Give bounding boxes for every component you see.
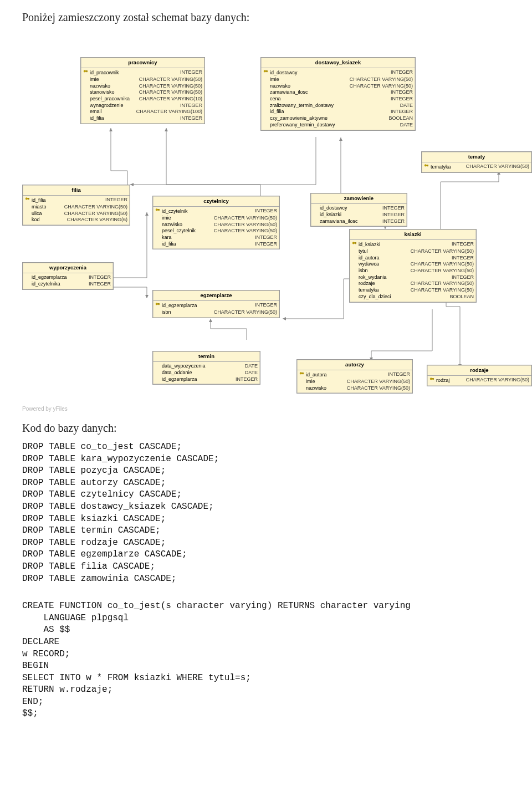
column-type: CHARACTER VARYING(50) xyxy=(411,261,474,268)
table-body: id_dostawcyINTEGERid_ksiazkiINTEGERzamaw… xyxy=(311,204,407,226)
key-icon xyxy=(155,208,160,215)
column-type: CHARACTER VARYING(50) xyxy=(350,76,413,83)
key-icon xyxy=(299,371,304,379)
column-row: pesel_czytelnikCHARACTER VARYING(50) xyxy=(155,228,277,234)
column-name: rok_wydania xyxy=(352,274,387,281)
column-type: INTEGER xyxy=(255,302,277,309)
column-name: rodzaj xyxy=(429,377,450,384)
svg-rect-22 xyxy=(356,243,356,244)
column-name: id_ksiazki xyxy=(352,241,380,248)
column-type: BOOLEAN xyxy=(388,115,413,122)
column-row: wydawcaCHARACTER VARYING(50) xyxy=(352,261,474,268)
column-name: id_filia xyxy=(25,197,46,204)
column-type: INTEGER xyxy=(236,376,258,383)
column-name: pesel_czytelnik xyxy=(155,228,196,234)
column-name: email xyxy=(83,109,102,115)
column-name: id_egzemplarza xyxy=(25,274,67,281)
table-ksiazki: ksiazki id_ksiazkiINTEGERtytulCHARACTER … xyxy=(349,229,477,303)
column-name: czy_dla_dzieci xyxy=(352,294,391,300)
column-row: tematykaCHARACTER VARYING(50) xyxy=(352,287,474,294)
column-row: stanowiskoCHARACTER VARYING(50) xyxy=(83,89,202,96)
key-icon xyxy=(83,69,88,76)
svg-rect-35 xyxy=(432,379,433,380)
column-row: isbnCHARACTER VARYING(50) xyxy=(155,309,277,316)
column-row: id_egzemplarzaINTEGER xyxy=(155,376,258,383)
column-type: CHARACTER VARYING(50) xyxy=(139,83,202,90)
svg-rect-2 xyxy=(87,71,88,72)
svg-rect-27 xyxy=(158,304,158,305)
column-name: id_filia xyxy=(83,115,104,122)
column-row: id_czytelnikaINTEGER xyxy=(25,281,111,288)
column-type: INTEGER xyxy=(388,371,410,379)
column-name: nazwisko xyxy=(299,385,326,392)
column-name: wydawca xyxy=(352,261,379,268)
table-czytelnicy: czytelnicy id_czytelnikINTEGERimieCHARAC… xyxy=(152,196,280,249)
column-type: INTEGER xyxy=(180,103,202,109)
table-title: wyporzyczenia xyxy=(23,263,113,273)
column-row: rok_wydaniaINTEGER xyxy=(352,274,474,281)
column-row: id_czytelnikINTEGER xyxy=(155,208,277,215)
table-title: dostawcy_ksiazek xyxy=(261,58,415,68)
table-tematy: tematy tematykaCHARACTER VARYING(50) xyxy=(421,151,532,173)
table-dostawcy-ksiazek: dostawcy_ksiazek id_dostawcyINTEGERimieC… xyxy=(260,57,416,131)
table-rodzaje: rodzaje rodzajCHARACTER VARYING(50) xyxy=(427,365,532,386)
column-row: data_wypozyczeniaDATE xyxy=(155,363,258,370)
column-type: CHARACTER VARYING(50) xyxy=(411,268,474,274)
svg-rect-23 xyxy=(355,243,355,244)
column-name: data_wypozyczenia xyxy=(155,363,206,370)
sql-drop-block: DROP TABLE co_to_jest CASCADE; DROP TABL… xyxy=(22,441,510,585)
column-name: kara xyxy=(155,234,172,241)
column-type: CHARACTER VARYING(50) xyxy=(411,287,474,294)
column-row: nazwiskoCHARACTER VARYING(50) xyxy=(299,385,410,392)
column-name: imie xyxy=(299,379,315,385)
column-type: INTEGER xyxy=(105,197,127,204)
column-type: INTEGER xyxy=(89,274,111,281)
column-row: id_autoraINTEGER xyxy=(352,255,474,262)
column-type: CHARACTER VARYING(50) xyxy=(411,280,474,287)
table-pracownicy: pracownicy id_pracownikINTEGERimieCHARAC… xyxy=(80,57,205,124)
column-row: karaINTEGER xyxy=(155,234,277,241)
column-row: imieCHARACTER VARYING(50) xyxy=(83,76,202,83)
column-name: preferowany_termin_dostawy xyxy=(263,122,335,129)
column-type: INTEGER xyxy=(391,96,413,103)
column-type: CHARACTER VARYING(50) xyxy=(350,83,413,90)
table-body: id_czytelnikINTEGERimieCHARACTER VARYING… xyxy=(153,207,279,249)
column-name: id_filia xyxy=(155,241,176,248)
column-type: DATE xyxy=(400,122,413,129)
table-title: ksiazki xyxy=(350,229,476,240)
column-type: INTEGER xyxy=(391,69,413,76)
column-name: pesel_pracownika xyxy=(83,96,130,103)
column-row: czy_dla_dzieciBOOLEAN xyxy=(352,294,474,300)
table-termin: termin data_wypozyczeniaDATEdata_oddanie… xyxy=(152,351,260,385)
svg-rect-31 xyxy=(302,373,303,374)
column-name: id_dostawcy xyxy=(263,69,298,76)
column-type: INTEGER xyxy=(180,69,202,76)
table-body: rodzajCHARACTER VARYING(50) xyxy=(427,376,531,386)
column-name: isbn xyxy=(155,309,171,316)
column-row: pesel_pracownikaCHARACTER VARYING(10) xyxy=(83,96,202,103)
svg-rect-7 xyxy=(266,71,267,72)
column-row: nazwiskoCHARACTER VARYING(50) xyxy=(263,83,413,90)
column-type: CHARACTER VARYING(50) xyxy=(466,164,529,171)
table-filia: filia id_filiaINTEGERmiastoCHARACTER VAR… xyxy=(22,185,130,226)
column-row: id_filiaINTEGER xyxy=(83,115,202,122)
column-name: isbn xyxy=(352,268,368,274)
key-icon xyxy=(263,69,268,76)
column-type: CHARACTER VARYING(50) xyxy=(64,204,127,211)
column-name: data_oddanie xyxy=(155,370,192,376)
svg-rect-19 xyxy=(158,210,158,211)
column-name: imie xyxy=(155,215,171,222)
table-title: egzemplarze xyxy=(153,290,279,301)
column-name: miasto xyxy=(25,204,47,211)
column-row: nazwiskoCHARACTER VARYING(50) xyxy=(83,83,202,90)
column-name: id_czytelnika xyxy=(25,281,60,288)
column-name: imie xyxy=(263,76,279,83)
column-name: id_pracownik xyxy=(83,69,119,76)
column-type: INTEGER xyxy=(180,115,202,122)
column-name: tytul xyxy=(352,248,368,255)
column-name: id_czytelnik xyxy=(155,208,188,215)
table-egzemplarze: egzemplarze id_egzemplarzaINTEGERisbnCHA… xyxy=(152,290,280,318)
table-title: autorzy xyxy=(297,360,412,370)
column-name: cena xyxy=(263,96,281,103)
table-body: tematykaCHARACTER VARYING(50) xyxy=(422,162,531,172)
